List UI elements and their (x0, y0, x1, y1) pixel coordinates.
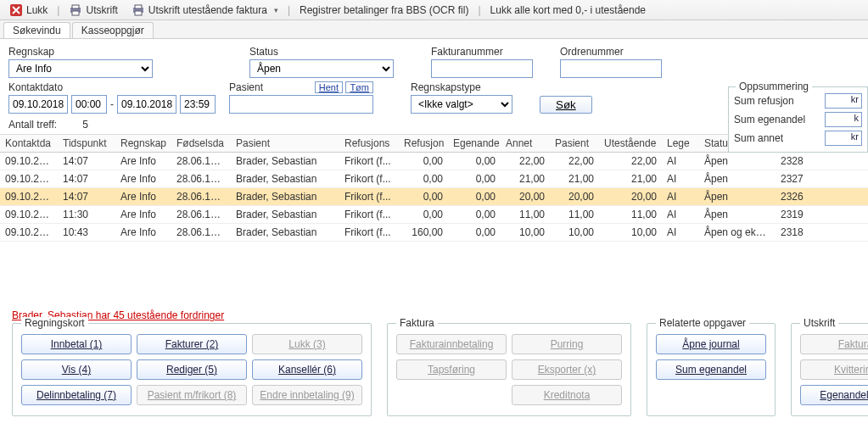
cell-tp: 11:30 (58, 206, 115, 224)
col-pasient2[interactable]: Pasient (550, 135, 599, 153)
col-egenandel[interactable]: Egenande (448, 135, 501, 153)
printer-icon (69, 3, 82, 17)
cell-kd: 09.10.2018 (0, 170, 58, 188)
utskrift-panel: Utskrift Faktura Kvittering Egenandelsko… (791, 323, 868, 416)
cell-rk: Are Info (115, 188, 171, 206)
col-utestaende[interactable]: Utestående (599, 135, 662, 153)
cell-eg: 0,00 (448, 188, 501, 206)
col-lege[interactable]: Lege (662, 135, 699, 153)
cell-kd: 09.10.2018 (0, 224, 58, 242)
delinn-button[interactable]: Delinnbetaling (7) (21, 385, 132, 405)
cell-st: Åpen (699, 188, 776, 206)
col-tidspunkt[interactable]: Tidspunkt (58, 135, 115, 153)
tom-button[interactable]: Tøm (345, 81, 373, 93)
cell-rfs: Frikort (f... (339, 170, 399, 188)
utskrift-button[interactable]: Utskrift (63, 1, 123, 19)
tab-sokevindu[interactable]: Søkevindu (3, 22, 70, 38)
col-fodselsdato[interactable]: Fødselsda (171, 135, 231, 153)
pasient-input[interactable] (229, 95, 373, 114)
egenandelskort-button[interactable]: Egenandelskort (800, 385, 868, 405)
kontaktdato-to-time[interactable] (180, 95, 216, 114)
tapsforing-button[interactable]: Tapsføring (396, 359, 507, 380)
fakturer-button[interactable]: Fakturer (2) (137, 334, 247, 354)
regnskapstype-select[interactable]: <Ikke valgt> (411, 95, 512, 114)
cell-pc: 11,00 (550, 206, 599, 224)
fakturanummer-input[interactable] (431, 59, 533, 78)
cell-tp: 10:43 (58, 224, 115, 242)
hent-button[interactable]: Hent (315, 81, 343, 93)
kontaktdato-from-time[interactable] (71, 95, 107, 114)
fakturap-button[interactable]: Faktura (800, 334, 868, 354)
lukk-button[interactable]: Lukk (3, 1, 53, 19)
col-annet[interactable]: Annet (501, 135, 550, 153)
relaterte-title: Relaterte oppgaver (656, 317, 749, 329)
kanseller-button[interactable]: Kansellér (6) (252, 359, 362, 380)
cell-lg: AI (662, 188, 699, 206)
kvittering-button[interactable]: Kvittering (800, 359, 868, 380)
col-regnskap[interactable]: Regnskap (115, 135, 171, 153)
table-row[interactable]: 09.10.201810:43Are Info28.06.1993Brader,… (0, 224, 868, 242)
table-row[interactable]: 09.10.201814:07Are Info28.06.1993Brader,… (0, 188, 868, 206)
printer-icon (132, 3, 145, 17)
cell-kd: 09.10.2018 (0, 153, 58, 170)
kontaktdato-to-date[interactable] (117, 95, 176, 114)
cell-ps: Brader, Sebastian (231, 153, 339, 170)
sok-button[interactable]: Søk (540, 96, 592, 114)
cell-eg: 0,00 (448, 153, 501, 170)
cell-on: 2319 (776, 206, 826, 224)
cell-rfs: Frikort (f... (339, 206, 399, 224)
dash: - (110, 98, 114, 110)
regnskap-select[interactable]: Are Info (8, 59, 153, 78)
vis-button[interactable]: Vis (4) (21, 359, 132, 380)
table-row[interactable]: 09.10.201814:07Are Info28.06.1993Brader,… (0, 170, 868, 188)
rediger-button[interactable]: Rediger (5) (137, 359, 247, 380)
pasientm-button[interactable]: Pasient m/frikort (8) (137, 385, 247, 405)
status-select[interactable]: Åpen (249, 59, 394, 78)
fakturainn-button[interactable]: Fakturainnbetaling (396, 334, 507, 354)
cell-on: 2327 (776, 170, 826, 188)
relaterte-panel: Relaterte oppgaver Åpne journal Sum egen… (647, 323, 776, 416)
apnejournal-button[interactable]: Åpne journal (656, 334, 766, 354)
opps-egenandel-value: k (825, 112, 862, 127)
col-refusjons[interactable]: Refusjons (339, 135, 399, 153)
tab-kasseoppgjor[interactable]: Kasseoppgjør (72, 22, 154, 38)
lukk3-button[interactable]: Lukk (3) (252, 334, 362, 354)
close-icon (9, 3, 23, 17)
sumegen-button[interactable]: Sum egenandel (656, 359, 766, 380)
col-pasient[interactable]: Pasient (231, 135, 339, 153)
bottom-panels: Regningskort Innbetal (1) Fakturer (2) L… (0, 323, 868, 425)
cell-an: 11,00 (501, 206, 550, 224)
cell-rf: 0,00 (399, 206, 448, 224)
opps-refusjon-label: Sum refusjon (734, 95, 794, 107)
cell-fd: 28.06.1993 (171, 224, 231, 242)
cell-an: 21,00 (501, 170, 550, 188)
treff-count: 5 (82, 119, 88, 131)
col-refusjon[interactable]: Refusjon (399, 135, 448, 153)
purring-button[interactable]: Purring (512, 334, 622, 354)
endre-button[interactable]: Endre innbetaling (9) (252, 385, 362, 405)
ordrenummer-input[interactable] (560, 59, 662, 78)
cell-rfs: Frikort (f... (339, 188, 399, 206)
cell-rk: Are Info (115, 170, 171, 188)
registrer-button[interactable]: Registrer betalinger fra BBS (OCR fil) (294, 2, 474, 19)
col-kontaktdato[interactable]: Kontaktda (0, 135, 58, 153)
pasient-label: Pasient (229, 81, 263, 93)
eksporterx-button[interactable]: Eksporter (x) (512, 359, 622, 380)
cell-ps: Brader, Sebastian (231, 170, 339, 188)
innbetal-button[interactable]: Innbetal (1) (21, 334, 132, 354)
cell-rf: 0,00 (399, 170, 448, 188)
table-row[interactable]: 09.10.201811:30Are Info28.06.1993Brader,… (0, 206, 868, 224)
kontaktdato-from-date[interactable] (8, 95, 68, 114)
cell-ps: Brader, Sebastian (231, 224, 339, 242)
cell-ps: Brader, Sebastian (231, 188, 339, 206)
cell-eg: 0,00 (448, 170, 501, 188)
table-row[interactable]: 09.10.201814:07Are Info28.06.1993Brader,… (0, 153, 868, 170)
cell-st: Åpen (699, 153, 776, 170)
lukkalle-button[interactable]: Lukk alle kort med 0,- i utestående (484, 2, 652, 19)
cell-tp: 14:07 (58, 170, 115, 188)
cell-an: 10,00 (501, 224, 550, 242)
kreditnota-button[interactable]: Kreditnota (512, 385, 622, 405)
opps-egenandel-label: Sum egenandel (734, 114, 805, 125)
utskrift-utest-button[interactable]: Utskrift utestående faktura (126, 1, 284, 19)
toolbar-separator: | (286, 4, 292, 16)
